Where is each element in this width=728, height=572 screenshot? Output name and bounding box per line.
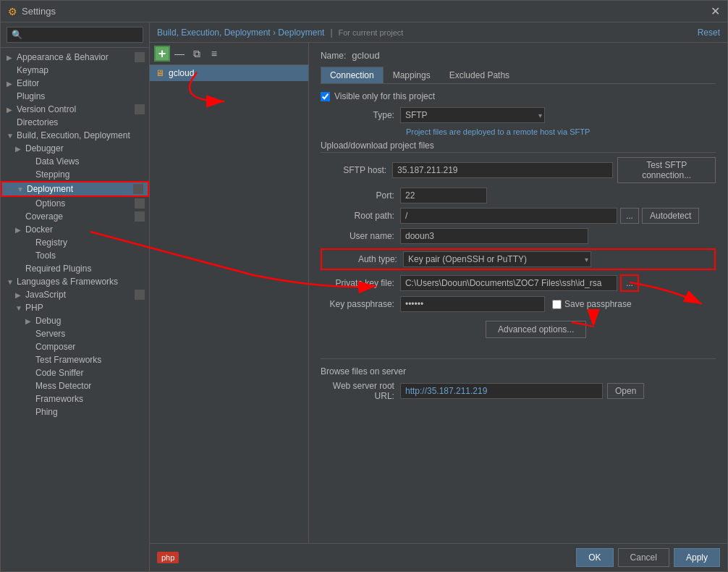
private-key-browse-button[interactable]: ... [620,274,639,292]
remove-server-button[interactable]: — [172,46,187,62]
php-badge: php [157,552,179,563]
sidebar-item-label: Deployment [27,184,73,194]
type-select[interactable]: SFTP [400,107,545,123]
sidebar-item-plugins[interactable]: Plugins [1,90,149,103]
autodetect-button[interactable]: Autodetect [642,208,699,224]
title-bar: ⚙ Settings ✕ [1,1,727,22]
auth-type-label: Auth type: [323,254,403,264]
breadcrumb-text: Build, Execution, Deployment › Deploymen… [157,28,324,38]
sidebar-item-stepping[interactable]: Stepping [1,168,149,181]
type-hint: Project files are deployed to a remote h… [406,127,716,136]
port-input[interactable] [400,188,487,203]
save-passphrase-checkbox[interactable] [552,300,562,309]
main-area: Build, Execution, Deployment › Deploymen… [150,22,727,571]
root-path-input[interactable] [400,208,617,224]
sidebar-item-appearance[interactable]: ▶ Appearance & Behavior [1,51,149,64]
root-path-label: Root path: [321,211,400,221]
sidebar-item-javascript[interactable]: ▶ JavaScript [1,288,149,301]
sidebar-item-options[interactable]: Options [1,197,149,210]
sidebar-item-code-sniffer[interactable]: Code Sniffer [1,366,149,379]
badge [135,52,145,62]
sidebar-item-php[interactable]: ▼ PHP [1,301,149,314]
auth-type-select[interactable]: Key pair (OpenSSH or PuTTY) [403,251,591,267]
type-row: Type: SFTP ▾ [321,107,716,123]
sidebar-item-coverage[interactable]: Coverage [1,210,149,223]
sidebar-item-servers[interactable]: Servers [1,327,149,340]
name-label: Name: [321,51,346,61]
sidebar-item-keymap[interactable]: Keymap [1,64,149,77]
web-root-input[interactable] [400,383,603,399]
list-item[interactable]: 🖥 gcloud [150,65,308,81]
save-passphrase-label: Save passphrase [564,299,632,309]
badge [135,211,145,222]
sidebar-item-directories[interactable]: Directories [1,116,149,129]
sidebar-item-label: Phing [35,407,58,417]
arrow-icon: ▶ [7,106,17,114]
visible-only-row: Visible only for this project [321,91,716,101]
sidebar-item-build[interactable]: ▼ Build, Execution, Deployment [1,129,149,142]
auth-type-select-wrap: Key pair (OpenSSH or PuTTY) ▾ [403,251,591,267]
panel-area: + — ⧉ ≡ 🖥 gcloud [150,43,727,543]
visible-only-checkbox[interactable] [321,92,330,101]
type-label: Type: [321,110,400,120]
sidebar-item-label: Code Sniffer [35,368,84,378]
test-sftp-button[interactable]: Test SFTP connection... [617,157,716,183]
root-path-browse-button[interactable]: ... [620,208,639,224]
cancel-button[interactable]: Cancel [618,548,669,567]
sidebar-item-test-frameworks[interactable]: Test Frameworks [1,353,149,366]
config-panel: Name: gcloud Connection Mappings Exclude… [309,43,727,543]
sidebar-item-debugger[interactable]: ▶ Debugger [1,142,149,155]
sidebar-item-registry[interactable]: Registry [1,236,149,249]
passphrase-input[interactable] [400,296,545,312]
bottom-bar: php OK Cancel Apply [150,543,727,571]
name-row: Name: gcloud [321,50,716,61]
sidebar-item-languages[interactable]: ▼ Languages & Frameworks [1,275,149,288]
sidebar-item-frameworks[interactable]: Frameworks [1,392,149,405]
sidebar-item-editor[interactable]: ▶ Editor [1,77,149,90]
sidebar-item-label: Languages & Frameworks [17,277,118,287]
sidebar-item-label: JavaScript [25,290,66,300]
type-select-wrap: SFTP ▾ [400,107,545,123]
search-input[interactable] [7,27,143,43]
sidebar-item-label: Coverage [25,211,63,222]
sidebar-item-required-plugins[interactable]: Required Plugins [1,262,149,275]
copy-server-button[interactable]: ⧉ [189,46,205,62]
sidebar-item-data-views[interactable]: Data Views [1,155,149,168]
arrow-icon: ▼ [15,304,25,312]
web-root-label: Web server root URL: [321,381,400,401]
sidebar-item-composer[interactable]: Composer [1,340,149,353]
tab-bar: Connection Mappings Excluded Paths [321,67,716,84]
close-button[interactable]: ✕ [711,4,720,18]
sidebar: ▶ Appearance & Behavior Keymap ▶ Editor [1,22,150,571]
app-icon: ⚙ [8,6,17,17]
sidebar-item-label: Keymap [17,65,48,75]
sidebar-item-tools[interactable]: Tools [1,249,149,262]
sidebar-item-debug[interactable]: ▶ Debug [1,314,149,327]
sftp-host-input[interactable] [392,162,613,178]
private-key-input[interactable] [400,275,617,291]
sidebar-item-version-control[interactable]: ▶ Version Control [1,103,149,116]
tab-excluded-paths[interactable]: Excluded Paths [440,67,519,83]
sidebar-item-mess-detector[interactable]: Mess Detector [1,379,149,392]
open-button[interactable]: Open [607,383,644,399]
tab-connection[interactable]: Connection [321,67,384,83]
passphrase-row: Key passphrase: Save passphrase [321,296,716,312]
arrow-icon: ▶ [15,145,25,153]
sidebar-item-docker[interactable]: ▶ Docker [1,223,149,236]
auth-type-row: Auth type: Key pair (OpenSSH or PuTTY) ▾ [321,248,716,270]
sidebar-item-label: Version Control [17,104,76,114]
move-server-button[interactable]: ≡ [206,46,222,62]
sidebar-item-label: Debug [35,316,61,326]
advanced-options-button[interactable]: Advanced options... [486,321,586,338]
ok-button[interactable]: OK [576,548,613,567]
tab-mappings[interactable]: Mappings [384,67,440,83]
arrow-icon: ▶ [7,80,17,88]
sidebar-item-deployment[interactable]: ▼ Deployment [1,181,149,197]
breadcrumb-context: For current project [339,28,404,37]
add-server-button[interactable]: + [154,46,170,62]
apply-button[interactable]: Apply [674,548,720,567]
username-input[interactable] [400,228,588,244]
reset-link[interactable]: Reset [698,28,720,38]
deployment-list-panel: + — ⧉ ≡ 🖥 gcloud [150,43,309,543]
sidebar-item-phing[interactable]: Phing [1,405,149,419]
